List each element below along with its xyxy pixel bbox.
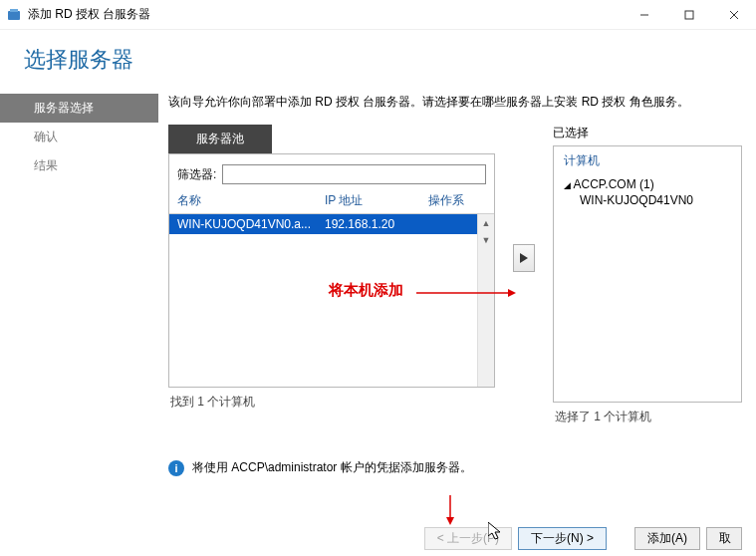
main-content: 该向导允许你向部署中添加 RD 授权 台服务器。请选择要在哪些服务器上安装 RD…	[158, 90, 756, 518]
sidebar-item-confirm[interactable]: 确认	[0, 123, 158, 151]
maximize-button[interactable]	[666, 0, 711, 29]
tree-host[interactable]: WIN-KUJOQD41VN0	[564, 193, 731, 207]
tree-domain[interactable]: ACCP.COM (1)	[564, 177, 731, 191]
sidebar-item-server-select[interactable]: 服务器选择	[0, 94, 158, 123]
svg-rect-3	[685, 11, 693, 19]
selected-status: 选择了 1 个计算机	[553, 403, 742, 431]
column-headers: 名称 IP 地址 操作系	[169, 192, 494, 213]
svg-rect-0	[8, 11, 20, 20]
server-grid: WIN-KUJOQD41VN0.a... 192.168.1.20 ▲ ▼	[169, 213, 494, 387]
app-icon	[6, 7, 22, 23]
window-title: 添加 RD 授权 台服务器	[28, 6, 622, 23]
selected-tree: ACCP.COM (1) WIN-KUJOQD41VN0	[554, 173, 741, 211]
prev-button: < 上一步(P)	[424, 527, 512, 550]
titlebar: 添加 RD 授权 台服务器	[0, 0, 756, 30]
instruction-text: 该向导允许你向部署中添加 RD 授权 台服务器。请选择要在哪些服务器上安装 RD…	[168, 94, 742, 111]
selected-header: 计算机	[554, 146, 741, 173]
page-header: 选择服务器	[0, 30, 756, 90]
filter-input[interactable]	[222, 164, 486, 184]
col-ip[interactable]: IP 地址	[325, 192, 428, 209]
cancel-button[interactable]: 取	[706, 527, 742, 550]
scrollbar[interactable]: ▲ ▼	[477, 214, 494, 387]
info-text: 将使用 ACCP\administrator 帐户的凭据添加服务器。	[192, 459, 472, 476]
info-icon: i	[168, 460, 184, 476]
add-button[interactable]: 添加(A)	[634, 527, 700, 550]
filter-label: 筛选器:	[177, 166, 216, 183]
svg-rect-1	[10, 9, 18, 12]
minimize-button[interactable]	[622, 0, 666, 29]
pool-status: 找到 1 个计算机	[168, 388, 495, 417]
server-pool-panel: 服务器池 筛选器: 名称 IP 地址 操作系 WIN-KUJOQD41VN0.a…	[168, 125, 495, 417]
selected-panel: 已选择 计算机 ACCP.COM (1) WIN-KUJOQD41VN0 选择了…	[553, 125, 742, 431]
page-title: 选择服务器	[24, 45, 133, 75]
chevron-right-icon	[520, 253, 528, 263]
scroll-down-icon[interactable]: ▼	[478, 231, 494, 248]
next-button[interactable]: 下一步(N) >	[518, 527, 607, 550]
tab-server-pool[interactable]: 服务器池	[168, 125, 272, 153]
col-os[interactable]: 操作系	[428, 192, 486, 209]
window-controls	[622, 0, 756, 29]
info-row: i 将使用 ACCP\administrator 帐户的凭据添加服务器。	[168, 459, 742, 476]
svg-marker-6	[520, 253, 528, 263]
cell-ip: 192.168.1.20	[325, 217, 428, 231]
cell-name: WIN-KUJOQD41VN0.a...	[177, 217, 325, 231]
add-server-button[interactable]	[513, 244, 535, 272]
footer-buttons: < 上一步(P) 下一步(N) > 添加(A) 取	[410, 521, 756, 556]
sidebar: 服务器选择 确认 结果	[0, 90, 158, 518]
col-name[interactable]: 名称	[177, 192, 325, 209]
close-button[interactable]	[711, 0, 756, 29]
scroll-up-icon[interactable]: ▲	[478, 214, 494, 231]
sidebar-item-result[interactable]: 结果	[0, 151, 158, 180]
selected-title: 已选择	[553, 125, 742, 141]
table-row[interactable]: WIN-KUJOQD41VN0.a... 192.168.1.20	[169, 214, 494, 234]
